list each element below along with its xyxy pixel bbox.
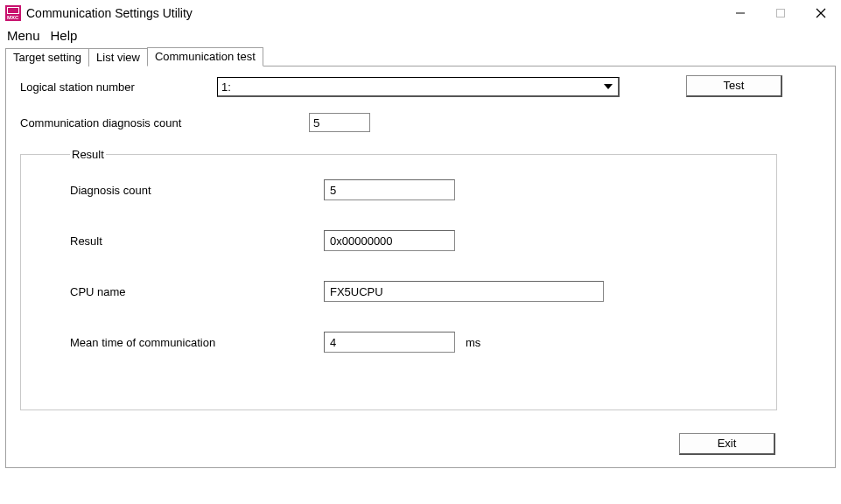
mean-time-unit: ms	[466, 336, 480, 349]
svg-rect-5	[777, 10, 785, 18]
window-title: Communication Settings Utility	[26, 6, 720, 20]
menu-menu[interactable]: Menu	[7, 28, 40, 43]
minimize-button[interactable]	[720, 0, 760, 26]
tabstrip: Target setting List view Communication t…	[5, 46, 836, 66]
mean-time-label: Mean time of communication	[70, 336, 324, 349]
test-button[interactable]: Test	[686, 75, 782, 97]
window-controls	[720, 0, 841, 26]
cpu-name-label: CPU name	[70, 285, 324, 298]
result-group: Result Diagnosis count 5 Result 0x000000…	[20, 148, 777, 410]
result-code-label: Result	[70, 234, 324, 248]
logical-station-select[interactable]: 1:	[217, 77, 620, 97]
menu-help[interactable]: Help	[51, 28, 78, 43]
result-code-value: 0x00000000	[324, 230, 455, 251]
exit-button[interactable]: Exit	[679, 433, 775, 455]
titlebar: MXC Communication Settings Utility	[0, 0, 841, 26]
chevron-down-icon	[600, 80, 616, 94]
svg-rect-2	[8, 8, 18, 13]
result-diag-count-label: Diagnosis count	[70, 184, 324, 197]
menubar: Menu Help	[0, 26, 841, 46]
diagnosis-count-label: Communication diagnosis count	[20, 116, 309, 130]
app-icon: MXC	[5, 5, 21, 21]
svg-marker-8	[604, 84, 613, 89]
svg-text:MXC: MXC	[7, 15, 19, 20]
cpu-name-value: FX5UCPU	[324, 281, 604, 302]
logical-station-label: Logical station number	[20, 80, 217, 94]
tab-list-view[interactable]: List view	[88, 48, 148, 66]
result-diag-count-value: 5	[324, 179, 455, 200]
result-legend: Result	[70, 148, 106, 161]
mean-time-value: 4	[324, 332, 455, 353]
tab-target-setting[interactable]: Target setting	[5, 48, 89, 66]
close-button[interactable]	[801, 0, 841, 26]
tab-panel-communication-test: Test Logical station number 1: Communica…	[5, 66, 836, 468]
tab-communication-test[interactable]: Communication test	[147, 47, 263, 66]
client-area: Target setting List view Communication t…	[0, 46, 841, 473]
diagnosis-count-input[interactable]	[309, 113, 370, 132]
logical-station-value: 1:	[221, 80, 231, 94]
maximize-button	[760, 0, 801, 26]
